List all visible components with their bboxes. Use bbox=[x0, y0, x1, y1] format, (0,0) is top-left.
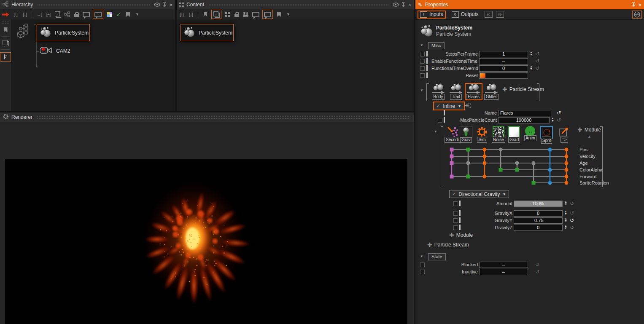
stream-item-glitter[interactable]: Glitter bbox=[483, 83, 500, 100]
comment-icon[interactable] bbox=[93, 10, 103, 19]
lock-icon[interactable] bbox=[73, 11, 80, 18]
check-icon[interactable]: ✓ bbox=[116, 11, 122, 18]
export-icon[interactable]: [↓] bbox=[188, 11, 194, 18]
modules-collapse-icon[interactable]: ▼ bbox=[434, 130, 437, 134]
pin-icon[interactable] bbox=[163, 2, 167, 7]
row-value-field[interactable]: – bbox=[479, 269, 528, 275]
module-item-sim[interactable]: Sim bbox=[476, 126, 488, 143]
gravity-type-dropdown[interactable]: ✓Directional Gravity▼ bbox=[449, 190, 509, 198]
row-value-field[interactable]: 1 bbox=[479, 51, 528, 57]
reset-icon[interactable]: ↺ bbox=[535, 51, 539, 57]
palette-icon[interactable] bbox=[106, 11, 113, 18]
pin-icon[interactable] bbox=[401, 2, 405, 7]
row-value-field[interactable]: – bbox=[479, 58, 528, 64]
module-item-secndr[interactable]: Secndr bbox=[445, 126, 461, 143]
goto-bracket-icon[interactable]: →[ bbox=[36, 11, 42, 18]
module-item-sprit[interactable]: Sprit bbox=[540, 126, 553, 144]
users-icon[interactable] bbox=[243, 11, 249, 18]
reset-icon[interactable]: ↺ bbox=[535, 65, 539, 71]
row-value-field[interactable]: Flares bbox=[498, 110, 551, 116]
binding-indicator-bar[interactable] bbox=[426, 58, 428, 64]
layers-icon[interactable] bbox=[211, 10, 221, 19]
binding-indicator-bar[interactable] bbox=[444, 117, 445, 123]
spinner-arrows[interactable]: ▲▼ bbox=[564, 210, 567, 215]
modules-scroll-up-icon[interactable]: ▲ bbox=[587, 134, 591, 139]
branch-icon[interactable] bbox=[0, 52, 11, 62]
spinner-arrows[interactable]: ▲▼ bbox=[551, 117, 554, 122]
spinner-arrows[interactable]: ▲▼ bbox=[530, 65, 533, 70]
row-checkbox[interactable] bbox=[420, 52, 425, 56]
grid-icon[interactable] bbox=[224, 11, 231, 18]
row-value-field[interactable] bbox=[479, 72, 528, 79]
binding-indicator-bar[interactable] bbox=[426, 51, 428, 56]
export-icon[interactable]: [↓] bbox=[22, 11, 28, 18]
row-checkbox[interactable] bbox=[420, 270, 425, 274]
extract-reference-icon[interactable] bbox=[464, 103, 471, 109]
row-checkbox[interactable] bbox=[420, 59, 425, 64]
flag-corner-icon[interactable] bbox=[202, 11, 208, 18]
row-value-field[interactable]: -0.75 bbox=[514, 217, 563, 224]
reset-icon[interactable]: ↺ bbox=[557, 117, 561, 123]
binding-indicator-bar[interactable] bbox=[426, 72, 428, 78]
spinner-arrows[interactable]: ▲▼ bbox=[564, 201, 567, 206]
tree-node-cam2[interactable]: CAM2 bbox=[39, 45, 70, 57]
close-icon[interactable]: × bbox=[408, 2, 411, 8]
render-viewport[interactable] bbox=[5, 159, 407, 324]
row-checkbox[interactable] bbox=[453, 218, 458, 223]
reset-icon[interactable]: ↺ bbox=[535, 262, 539, 268]
add-module-button[interactable]: ✚Module bbox=[577, 127, 601, 133]
visibility-icon[interactable] bbox=[154, 3, 160, 7]
hierarchy-header[interactable]: Hierarchy × bbox=[0, 0, 175, 9]
visibility-icon[interactable] bbox=[393, 3, 399, 7]
misc-collapse-icon[interactable]: ▼ bbox=[420, 43, 423, 47]
add-module-button-bottom[interactable]: ✚Module bbox=[449, 232, 473, 238]
spinner-arrows[interactable]: ▲▼ bbox=[564, 225, 567, 230]
reset-icon[interactable]: ↺ bbox=[570, 217, 574, 223]
row-checkbox[interactable] bbox=[453, 225, 458, 230]
bookmark-icon[interactable] bbox=[276, 11, 282, 18]
module-item-[interactable]: => bbox=[558, 126, 571, 143]
red-arrow-icon[interactable] bbox=[2, 11, 9, 18]
stream-item-flares[interactable]: Flares bbox=[465, 83, 482, 100]
reset-icon[interactable]: ↺ bbox=[570, 201, 574, 206]
inline-mode-dropdown[interactable]: ✓Inline▼ bbox=[433, 102, 465, 110]
renderer-header[interactable]: Renderer bbox=[0, 112, 414, 122]
state-collapse-icon[interactable]: ▼ bbox=[420, 254, 423, 258]
row-value-field[interactable]: 0 bbox=[514, 225, 563, 231]
row-checkbox[interactable] bbox=[453, 201, 458, 206]
reset-icon[interactable]: ↺ bbox=[570, 210, 574, 216]
binding-indicator-bar[interactable] bbox=[444, 110, 445, 115]
comment-icon[interactable] bbox=[262, 10, 273, 19]
row-checkbox[interactable] bbox=[420, 73, 425, 78]
stream-item-trail[interactable]: Trail bbox=[447, 83, 464, 100]
add-particle-stream-button-bottom[interactable]: ✚Particle Stream bbox=[427, 242, 469, 248]
module-item-grav[interactable]: Grav bbox=[460, 126, 472, 143]
spinner-arrows[interactable]: ▲▼ bbox=[564, 217, 567, 222]
row-checkbox[interactable] bbox=[420, 262, 425, 267]
row-checkbox[interactable] bbox=[438, 118, 442, 123]
reset-icon[interactable]: ↺ bbox=[570, 225, 574, 230]
row-checkbox[interactable] bbox=[453, 211, 458, 216]
reset-icon[interactable]: ↺ bbox=[557, 110, 561, 116]
row-value-field[interactable]: – bbox=[479, 262, 528, 268]
row-value-field[interactable]: 100% bbox=[514, 201, 563, 207]
comment-icon[interactable] bbox=[83, 11, 90, 18]
row-value-field[interactable]: 100000 bbox=[498, 117, 550, 123]
binding-indicator-bar[interactable] bbox=[459, 210, 461, 216]
bookmark-icon[interactable] bbox=[125, 11, 131, 18]
state-section-label[interactable]: State bbox=[428, 253, 446, 260]
stream-item-body[interactable]: Body bbox=[430, 83, 447, 100]
misc-section-label[interactable]: Misc bbox=[428, 42, 445, 49]
binding-indicator-bar[interactable] bbox=[459, 225, 461, 230]
caret-down-icon[interactable]: ▼ bbox=[285, 11, 291, 18]
row-checkbox[interactable] bbox=[420, 66, 425, 71]
module-item-grad[interactable]: Grad bbox=[508, 126, 520, 143]
reset-icon[interactable]: ↺ bbox=[535, 58, 539, 64]
module-channel-matrix[interactable] bbox=[442, 147, 577, 188]
spinner-arrows[interactable]: ▲▼ bbox=[530, 51, 533, 56]
lock-icon[interactable] bbox=[234, 11, 240, 18]
import-icon[interactable]: [↑] bbox=[178, 11, 185, 18]
module-item-noise[interactable]: Noise bbox=[492, 126, 505, 143]
tree-small-icon[interactable] bbox=[64, 11, 70, 18]
comment-icon[interactable] bbox=[252, 11, 259, 18]
